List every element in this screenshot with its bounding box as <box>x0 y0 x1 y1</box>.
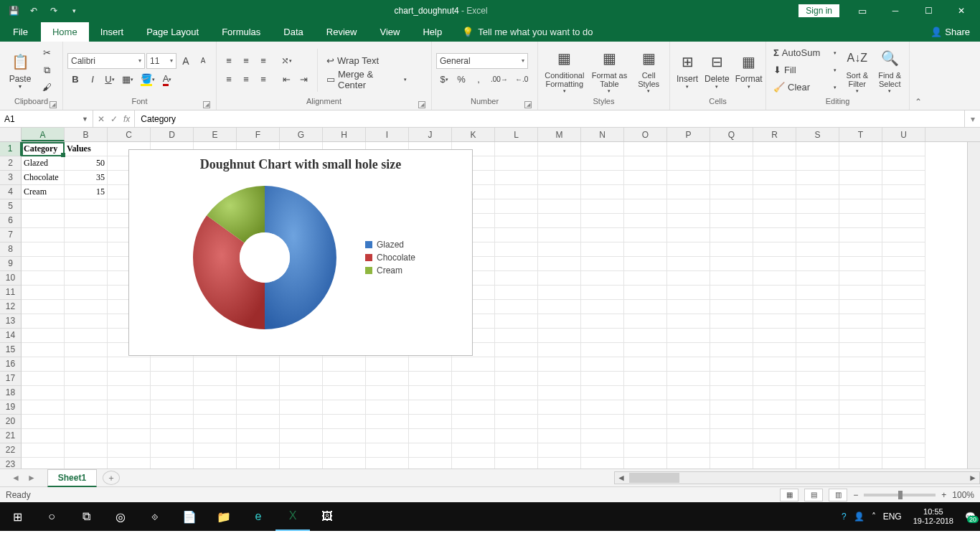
cell-I22[interactable] <box>366 443 409 458</box>
increase-indent-icon[interactable]: ⇥ <box>296 72 311 88</box>
cell-T1[interactable] <box>839 142 882 156</box>
font-dialog-icon[interactable]: ◢ <box>203 101 210 108</box>
cell-O19[interactable] <box>624 400 667 415</box>
wrap-text-button[interactable]: ↩Wrap Text <box>324 53 410 69</box>
cell-A1[interactable]: Category <box>22 142 65 156</box>
cell-J17[interactable] <box>409 372 452 386</box>
cell-B12[interactable] <box>65 300 108 314</box>
column-header-K[interactable]: K <box>452 128 495 141</box>
cell-U6[interactable] <box>882 214 925 228</box>
column-header-J[interactable]: J <box>409 128 452 141</box>
cell-M3[interactable] <box>538 171 581 185</box>
cell-B16[interactable] <box>65 357 108 372</box>
cell-L19[interactable] <box>495 400 538 415</box>
cell-B9[interactable] <box>65 257 108 271</box>
cell-O15[interactable] <box>624 343 667 357</box>
sheet-tab-sheet1[interactable]: Sheet1 <box>47 469 97 487</box>
cell-L10[interactable] <box>495 271 538 286</box>
cell-M14[interactable] <box>538 329 581 343</box>
cell-S6[interactable] <box>796 214 839 228</box>
cell-T16[interactable] <box>839 357 882 372</box>
cell-Q10[interactable] <box>710 271 753 286</box>
cell-D17[interactable] <box>151 372 194 386</box>
expand-formula-bar-icon[interactable]: ▾ <box>964 110 980 127</box>
cell-A2[interactable]: Glazed <box>22 156 65 171</box>
cell-R20[interactable] <box>753 415 796 429</box>
cell-B2[interactable]: 50 <box>65 156 108 171</box>
cell-R14[interactable] <box>753 329 796 343</box>
cell-O6[interactable] <box>624 214 667 228</box>
cell-N20[interactable] <box>581 415 624 429</box>
cell-L8[interactable] <box>495 242 538 257</box>
cell-Q13[interactable] <box>710 314 753 329</box>
cell-R18[interactable] <box>753 386 796 400</box>
cell-L23[interactable] <box>495 458 538 468</box>
cell-I18[interactable] <box>366 386 409 400</box>
cell-O9[interactable] <box>624 257 667 271</box>
qat-customize-icon[interactable]: ▾ <box>65 2 83 19</box>
paste-button[interactable]: 📋 Paste ▾ <box>4 45 36 95</box>
cell-P10[interactable] <box>667 271 710 286</box>
cell-A17[interactable] <box>22 372 65 386</box>
cell-J16[interactable] <box>409 357 452 372</box>
cell-N8[interactable] <box>581 242 624 257</box>
cell-T13[interactable] <box>839 314 882 329</box>
start-button[interactable]: ⊞ <box>0 502 34 531</box>
cell-D23[interactable] <box>151 458 194 468</box>
cell-M6[interactable] <box>538 214 581 228</box>
cell-M13[interactable] <box>538 314 581 329</box>
cell-T22[interactable] <box>839 443 882 458</box>
cell-Q18[interactable] <box>710 386 753 400</box>
cell-S13[interactable] <box>796 314 839 329</box>
cell-M21[interactable] <box>538 429 581 443</box>
scroll-right-icon[interactable]: ► <box>966 473 979 483</box>
row-header-23[interactable]: 23 <box>0 458 22 468</box>
cell-H20[interactable] <box>323 415 366 429</box>
cell-E20[interactable] <box>194 415 237 429</box>
cell-N15[interactable] <box>581 343 624 357</box>
cell-G20[interactable] <box>280 415 323 429</box>
row-header-20[interactable]: 20 <box>0 415 22 429</box>
maximize-icon[interactable]: ☐ <box>913 1 944 21</box>
select-all-triangle[interactable] <box>0 128 22 141</box>
cell-T10[interactable] <box>839 271 882 286</box>
row-header-13[interactable]: 13 <box>0 314 22 329</box>
cell-P20[interactable] <box>667 415 710 429</box>
font-color-icon[interactable]: A▾ <box>159 72 175 88</box>
cell-N13[interactable] <box>581 314 624 329</box>
cell-N22[interactable] <box>581 443 624 458</box>
cell-R11[interactable] <box>753 286 796 300</box>
row-header-17[interactable]: 17 <box>0 372 22 386</box>
cell-L12[interactable] <box>495 300 538 314</box>
cell-L11[interactable] <box>495 286 538 300</box>
cell-B18[interactable] <box>65 386 108 400</box>
cell-K17[interactable] <box>452 372 495 386</box>
cell-S3[interactable] <box>796 171 839 185</box>
cell-N6[interactable] <box>581 214 624 228</box>
row-header-15[interactable]: 15 <box>0 343 22 357</box>
cell-R6[interactable] <box>753 214 796 228</box>
cell-M12[interactable] <box>538 300 581 314</box>
cell-E22[interactable] <box>194 443 237 458</box>
cell-Q12[interactable] <box>710 300 753 314</box>
cell-A16[interactable] <box>22 357 65 372</box>
cell-B4[interactable]: 15 <box>65 185 108 199</box>
cell-K20[interactable] <box>452 415 495 429</box>
fill-color-icon[interactable]: 🪣▾ <box>138 72 158 88</box>
cell-M22[interactable] <box>538 443 581 458</box>
cell-P22[interactable] <box>667 443 710 458</box>
cell-S4[interactable] <box>796 185 839 199</box>
cell-K23[interactable] <box>452 458 495 468</box>
photos-icon[interactable]: 🖼 <box>310 502 344 531</box>
cell-L9[interactable] <box>495 257 538 271</box>
cell-Q16[interactable] <box>710 357 753 372</box>
italic-button[interactable]: I <box>85 72 100 88</box>
underline-button[interactable]: U▾ <box>102 72 118 88</box>
cell-P21[interactable] <box>667 429 710 443</box>
cell-Q2[interactable] <box>710 156 753 171</box>
cell-M9[interactable] <box>538 257 581 271</box>
cell-F18[interactable] <box>237 386 280 400</box>
cell-C16[interactable] <box>108 357 151 372</box>
row-header-22[interactable]: 22 <box>0 443 22 458</box>
cell-R13[interactable] <box>753 314 796 329</box>
